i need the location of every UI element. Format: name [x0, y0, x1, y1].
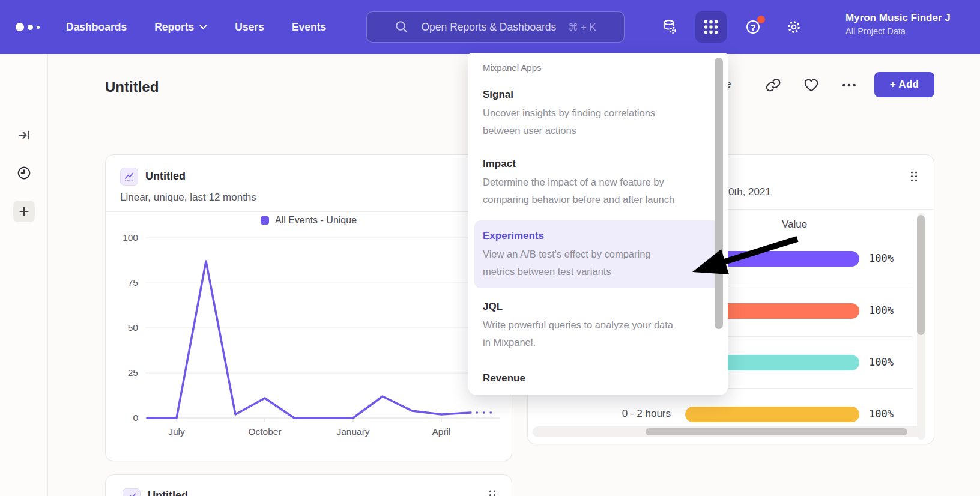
- collapse-arrow-icon: [17, 128, 31, 142]
- more-options-button[interactable]: [841, 77, 858, 94]
- apps-menu-button[interactable]: [695, 11, 727, 43]
- clock-icon: [16, 165, 32, 181]
- apps-menu-item-signal[interactable]: Signal Uncover insights by finding corre…: [468, 87, 728, 139]
- nav-item-reports[interactable]: Reports: [154, 21, 207, 34]
- recent-items-button[interactable]: [13, 162, 35, 184]
- nav-item-dashboards[interactable]: Dashboards: [66, 21, 127, 34]
- user-name: Myron Music Finder J: [845, 12, 980, 24]
- help-button[interactable]: ?: [737, 11, 769, 43]
- logo-dot: [28, 25, 33, 30]
- nav-item-label: Reports: [154, 21, 194, 34]
- search-shortcut: ⌘ + K: [568, 22, 596, 33]
- insights-chart-icon: [126, 492, 137, 496]
- card-subtitle-date: 0th, 2021: [728, 186, 771, 198]
- chart-legend[interactable]: All Events - Unique: [106, 215, 512, 226]
- page-title: Untitled: [105, 79, 159, 95]
- apps-menu-item-revenue[interactable]: Revenue: [468, 370, 728, 386]
- row-percent: 100%: [869, 304, 894, 316]
- svg-text:January: January: [336, 426, 369, 437]
- nav-item-events[interactable]: Events: [292, 21, 326, 34]
- nav-items: Dashboards Reports Users Events: [66, 0, 326, 54]
- left-sidebar: [0, 54, 48, 496]
- nav-item-label: Events: [292, 21, 326, 34]
- value-bar: [685, 407, 859, 422]
- svg-text:100: 100: [122, 232, 138, 243]
- line-chart-card: Untitled Linear, unique, last 12 months …: [105, 154, 512, 461]
- apps-menu-item-impact[interactable]: Impact Determine the impact of a new fea…: [468, 156, 728, 208]
- mixpanel-logo-icon[interactable]: [16, 0, 40, 54]
- menu-item-description: Determine the impact of a new feature by…: [483, 174, 682, 208]
- svg-text:50: 50: [128, 322, 139, 333]
- settings-button[interactable]: [778, 11, 809, 43]
- chevron-down-icon: [199, 25, 207, 30]
- help-glyph: ?: [737, 11, 769, 43]
- legend-label: All Events - Unique: [275, 215, 357, 226]
- add-button[interactable]: + Add: [874, 72, 934, 97]
- svg-text:July: July: [168, 426, 185, 437]
- drag-handle-icon[interactable]: [910, 171, 918, 182]
- menu-item-name: JQL: [483, 299, 698, 314]
- line-chart: 0255075100JulyOctoberJanuaryApril: [110, 232, 503, 439]
- svg-text:75: 75: [128, 277, 138, 288]
- svg-text:October: October: [248, 426, 281, 437]
- global-search-input[interactable]: Open Reports & Dashboards ⌘ + K: [366, 11, 625, 43]
- apps-menu-title: Mixpanel Apps: [483, 62, 728, 73]
- nav-item-label: Dashboards: [66, 21, 127, 34]
- apps-menu-item-jql[interactable]: JQL Write powerful queries to analyze yo…: [468, 299, 728, 351]
- logo-dot: [16, 23, 24, 31]
- nav-item-users[interactable]: Users: [235, 21, 264, 34]
- link-icon: [765, 77, 782, 94]
- menu-item-description: Uncover insights by finding correlations…: [483, 104, 682, 139]
- insights-chart-icon: [124, 171, 135, 182]
- data-management-button[interactable]: [654, 11, 685, 43]
- search-icon: [395, 20, 409, 34]
- menu-item-name: Revenue: [483, 370, 698, 386]
- mixpanel-apps-menu: Mixpanel Apps Signal Uncover insights by…: [468, 53, 728, 395]
- apps-menu-item-experiments[interactable]: Experiments View an A/B test's effect by…: [474, 220, 719, 288]
- legend-swatch: [261, 216, 269, 225]
- search-placeholder: Open Reports & Dashboards: [421, 21, 556, 34]
- apps-grid-icon: [703, 19, 719, 35]
- menu-scrollbar-thumb[interactable]: [715, 58, 723, 329]
- row-percent: 100%: [869, 356, 894, 368]
- vertical-scrollbar-thumb[interactable]: [917, 215, 925, 335]
- row-percent: 100%: [869, 252, 894, 264]
- project-name: All Project Data: [845, 26, 980, 36]
- svg-text:25: 25: [128, 367, 138, 378]
- bottom-card-icon: [122, 488, 141, 496]
- gear-icon: [785, 18, 803, 36]
- notification-dot: [757, 16, 765, 23]
- menu-item-name: Impact: [483, 156, 698, 171]
- card-subtitle: Linear, unique, last 12 months: [120, 192, 256, 204]
- menu-item-name: Signal: [483, 87, 698, 102]
- card-title[interactable]: Untitled: [145, 170, 186, 183]
- plus-icon: [19, 206, 29, 217]
- add-section-button[interactable]: [13, 201, 35, 222]
- row-percent: 100%: [869, 408, 894, 420]
- value-column-header: Value: [770, 219, 818, 231]
- logo-dot: [37, 26, 40, 29]
- row-label: 0 - 2 hours: [534, 408, 671, 420]
- heart-icon: [803, 77, 820, 94]
- card-title[interactable]: Untitled: [148, 489, 188, 496]
- drag-handle-icon[interactable]: [488, 489, 497, 496]
- top-navigation: Dashboards Reports Users Events Open Rep…: [0, 0, 980, 54]
- ellipsis-icon: [841, 77, 858, 94]
- menu-item-description: View an A/B test's effect by comparing m…: [483, 246, 682, 280]
- expand-sidebar-button[interactable]: [13, 124, 35, 146]
- bottom-chart-card: Untitled: [105, 474, 512, 496]
- copy-link-button[interactable]: [765, 77, 782, 94]
- divider: [106, 211, 512, 212]
- menu-item-description: Write powerful queries to analyze your d…: [483, 316, 682, 351]
- svg-text:0: 0: [133, 413, 138, 423]
- svg-text:April: April: [432, 426, 450, 437]
- nav-item-label: Users: [235, 21, 264, 34]
- horizontal-scrollbar-thumb[interactable]: [646, 428, 907, 435]
- favorite-button[interactable]: [803, 77, 820, 94]
- line-chart-card-icon: [120, 168, 138, 186]
- database-gear-icon: [661, 19, 678, 35]
- menu-item-name: Experiments: [483, 228, 698, 243]
- user-project-switcher[interactable]: Myron Music Finder J All Project Data: [845, 12, 980, 36]
